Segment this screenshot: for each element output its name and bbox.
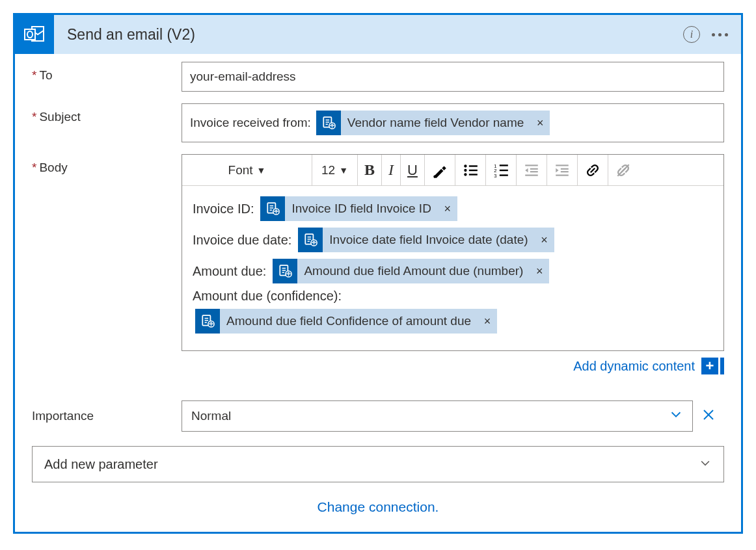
body-line: Amound due field Confidence of amount du… <box>193 308 713 335</box>
unlink-button[interactable] <box>608 155 638 185</box>
body-content[interactable]: Invoice ID: Invoice ID field Invoice ID … <box>182 186 723 350</box>
remove-importance-button[interactable] <box>693 407 724 426</box>
bold-button[interactable]: B <box>358 155 382 185</box>
body-editor: Font ▼ 12 ▼ B I U <box>182 154 724 351</box>
svg-point-13 <box>464 173 466 176</box>
chevron-down-icon <box>699 456 712 473</box>
change-connection-link[interactable]: Change connection. <box>32 495 724 529</box>
body-token[interactable]: Invoice date field Invoice date (date) × <box>298 228 554 252</box>
to-label: To <box>32 62 182 83</box>
link-button[interactable] <box>578 155 608 185</box>
token-remove-button[interactable]: × <box>530 259 549 283</box>
body-line: Amount due (confidence): <box>193 289 713 304</box>
number-list-button[interactable]: 123 <box>486 155 517 185</box>
font-select[interactable]: Font ▼ <box>182 155 312 185</box>
outdent-button[interactable] <box>517 155 547 185</box>
rte-toolbar: Font ▼ 12 ▼ B I U <box>182 155 723 186</box>
bullet-list-button[interactable] <box>455 155 486 185</box>
italic-button[interactable]: I <box>382 155 401 185</box>
form-icon <box>195 309 220 334</box>
body-token[interactable]: Amound due field Confidence of amount du… <box>195 309 497 334</box>
svg-point-10 <box>433 175 436 177</box>
subject-input[interactable]: Invoice received from: Vendor name field… <box>182 103 724 142</box>
importance-label: Importance <box>32 409 182 423</box>
svg-marker-32 <box>556 168 558 172</box>
token-remove-button[interactable]: × <box>478 309 497 334</box>
panel-handle <box>720 358 724 374</box>
token-remove-button[interactable]: × <box>535 228 554 252</box>
form-icon <box>298 228 323 252</box>
info-button[interactable]: i <box>683 26 700 43</box>
add-parameter-select[interactable]: Add new parameter <box>32 446 724 482</box>
form-icon <box>273 259 297 283</box>
body-label: Body <box>32 154 182 175</box>
font-size-select[interactable]: 12 ▼ <box>312 155 358 185</box>
token-remove-button[interactable]: × <box>530 111 550 135</box>
add-dynamic-content-button[interactable]: + <box>701 358 718 374</box>
form-icon <box>260 196 285 221</box>
caret-down-icon: ▼ <box>257 165 266 176</box>
svg-marker-27 <box>525 168 528 172</box>
color-picker-button[interactable] <box>425 155 455 185</box>
body-row: Body Font ▼ 12 ▼ B I U <box>32 154 724 389</box>
underline-button[interactable]: U <box>401 155 425 185</box>
card-header: Send an email (V2) i <box>15 15 741 54</box>
form-icon <box>316 111 341 135</box>
svg-point-12 <box>464 168 466 171</box>
importance-row: Importance Normal <box>32 400 724 432</box>
body-line: Amount due: Amound due field Amount due … <box>193 257 713 285</box>
body-line: Invoice ID: Invoice ID field Invoice ID … <box>193 195 713 222</box>
action-card: Send an email (V2) i To your-email-addre… <box>13 13 743 534</box>
subject-label: Subject <box>32 103 182 124</box>
svg-text:3: 3 <box>494 172 496 178</box>
importance-select[interactable]: Normal <box>182 400 693 432</box>
card-title: Send an email (V2) <box>54 26 683 44</box>
body-line: Invoice due date: Invoice date field Inv… <box>193 226 713 254</box>
outlook-icon <box>15 15 54 54</box>
subject-row: Subject Invoice received from: Vendor na… <box>32 103 724 142</box>
to-input[interactable]: your-email-address <box>182 62 724 92</box>
body-token[interactable]: Amound due field Amount due (number) × <box>273 259 549 283</box>
caret-down-icon: ▼ <box>339 165 348 176</box>
svg-point-11 <box>464 164 466 167</box>
body-token[interactable]: Invoice ID field Invoice ID × <box>260 196 457 221</box>
add-dynamic-content-link[interactable]: Add dynamic content <box>573 359 695 374</box>
to-row: To your-email-address <box>32 62 724 92</box>
indent-button[interactable] <box>547 155 578 185</box>
more-menu-button[interactable] <box>712 33 728 36</box>
chevron-down-icon <box>669 407 683 425</box>
token-remove-button[interactable]: × <box>438 196 457 221</box>
subject-text: Invoice received from: <box>190 116 311 130</box>
subject-token[interactable]: Vendor name field Vendor name × <box>316 111 550 135</box>
